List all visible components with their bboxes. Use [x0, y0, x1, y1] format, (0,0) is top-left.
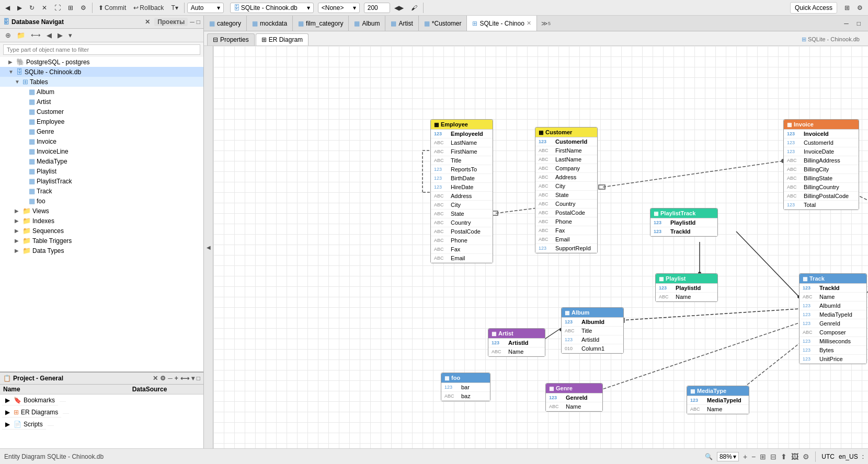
tab-mockdata[interactable]: ▦ mockdata [247, 16, 293, 31]
project-item-bookmarks[interactable]: ▶ 🔖 Bookmarks [0, 395, 129, 407]
tree-item-invoiceline[interactable]: ▦ InvoiceLine [0, 146, 203, 156]
field-fax[interactable]: ABCFax [431, 245, 493, 254]
entity-album[interactable]: ▦ Album 123AlbumId ABCTitle 123ArtistId … [561, 307, 624, 354]
field-state[interactable]: ABCState [535, 191, 597, 200]
commit-btn[interactable]: ⬆ Commit [95, 3, 129, 13]
entity-track[interactable]: ▦ Track 123TrackId ABCName 123AlbumId 12… [799, 273, 867, 364]
field-name[interactable]: ABCName [656, 293, 717, 301]
zoom-nav-btn[interactable]: ◀▶ [391, 3, 407, 13]
field-billingpostalcode[interactable]: ABCBillingPostalCode [784, 192, 859, 201]
settings-btn[interactable]: ⚙ [77, 3, 89, 13]
tree-item-genre[interactable]: ▦ Genre [0, 126, 203, 136]
field-albumid[interactable]: 123AlbumId [562, 318, 623, 327]
field-title[interactable]: ABCTitle [562, 327, 623, 335]
field-country[interactable]: ABCCountry [535, 200, 597, 208]
tree-item-invoice[interactable]: ▦ Invoice [0, 136, 203, 146]
tree-item-foo[interactable]: ▦ foo [0, 196, 203, 206]
field-birthdate[interactable]: 123BirthDate [431, 174, 493, 183]
field-state[interactable]: ABCState [431, 210, 493, 218]
field-phone[interactable]: ABCPhone [431, 236, 493, 245]
tree-item-employee[interactable]: ▦ Employee [0, 117, 203, 126]
grid-btn[interactable]: ⊟ [770, 453, 776, 461]
field-invoiceid[interactable]: 123InvoiceId [784, 130, 859, 138]
field-postalcode[interactable]: ABCPostalCode [535, 208, 597, 217]
entity-genre[interactable]: ▦ Genre 123GenreId ABCName [545, 383, 603, 412]
tab-close-chinook[interactable]: ✕ [527, 20, 531, 27]
maximize-icon[interactable]: □ [197, 18, 200, 26]
tree-item-sqlite[interactable]: ▼ 🗄 SQLite - Chinook.db [0, 67, 203, 77]
field-mediatypeid[interactable]: 123MediaTypeId [687, 396, 749, 405]
tree-item-customer[interactable]: ▦ Customer [0, 107, 203, 117]
add-btn[interactable]: ⊕ [3, 30, 13, 40]
settings-diag-btn[interactable]: ⚙ [803, 453, 809, 461]
field-trackid[interactable]: 123TrackId [800, 284, 866, 293]
field-artistid[interactable]: 123ArtistId [488, 339, 545, 347]
maximize-window-btn[interactable]: □ [854, 19, 864, 28]
settings-icon[interactable]: ⚙ [160, 375, 166, 382]
projects-tab[interactable]: Проекты [154, 18, 188, 26]
field-customerid[interactable]: 123CustomerId [535, 137, 597, 146]
tab-film-category[interactable]: ▦ film_category [293, 16, 349, 31]
field-name[interactable]: ABCName [800, 293, 866, 301]
tree-item-tabletriggers[interactable]: ▶ 📁 Table Triggers [0, 236, 203, 246]
field-artistid[interactable]: 123ArtistId [562, 335, 623, 344]
field-bytes[interactable]: 123Bytes [800, 346, 866, 355]
tree-item-views[interactable]: ▶ 📁 Views [0, 206, 203, 216]
field-baz[interactable]: ABCbaz [441, 392, 490, 401]
tree-item-mediatype[interactable]: ▦ MediaType [0, 156, 203, 166]
field-title[interactable]: ABCTitle [431, 156, 493, 165]
entity-playlisttrack[interactable]: ▦ PlaylistTrack 123PlaylistId 123TrackId [650, 208, 718, 237]
field-name[interactable]: ABCName [546, 402, 602, 411]
field-city[interactable]: ABCCity [535, 182, 597, 191]
field-email[interactable]: ABCEmail [431, 254, 493, 263]
field-reportsto[interactable]: 123ReportsTo [431, 165, 493, 174]
entity-mediatype[interactable]: ▦ MediaType 123MediaTypeId ABCName [687, 386, 749, 414]
nav-right-btn[interactable]: ▶ [55, 30, 65, 40]
field-playlistid[interactable]: 123PlaylistId [650, 218, 717, 227]
zoom-in-btn[interactable]: + [743, 453, 747, 461]
tree-item-postgresql[interactable]: ▶ 🐘 PostgreSQL - postgres [0, 57, 203, 67]
field-address[interactable]: ABCAddress [535, 173, 597, 182]
quick-access-btn[interactable]: Quick Access [790, 2, 837, 14]
filter-btn[interactable]: ⊞ [65, 3, 76, 13]
tab-album[interactable]: ▦ Album [349, 16, 385, 31]
field-supportrepid[interactable]: 123SupportRepId [535, 244, 597, 253]
field-name[interactable]: ABCName [687, 405, 749, 414]
tree-item-playlist[interactable]: ▦ Playlist [0, 166, 203, 176]
field-firstname[interactable]: ABCFirstName [535, 146, 597, 155]
tab-artist[interactable]: ▦ Artist [385, 16, 418, 31]
tab-category[interactable]: ▦ category [204, 16, 247, 31]
field-address[interactable]: ABCAddress [431, 192, 493, 201]
field-hiredate[interactable]: 123HireDate [431, 183, 493, 192]
field-mediatypeid[interactable]: 123MediaTypeId [800, 310, 866, 319]
none-dropdown[interactable]: <None> ▾ [318, 3, 360, 13]
entity-employee[interactable]: ▦ Employee 123EmployeeId ABCLastName ABC… [430, 119, 493, 263]
diagram-area[interactable]: ▦ Employee 123EmployeeId ABCLastName ABC… [213, 46, 868, 448]
stop-btn[interactable]: ✕ [39, 3, 50, 13]
nav-back-btn[interactable]: ◀ [2, 3, 13, 13]
tree-item-tables[interactable]: ▼ ⊞ Tables [0, 77, 203, 87]
entity-foo[interactable]: ▦ foo 123bar ABCbaz [441, 373, 490, 401]
entity-artist[interactable]: ▦ Artist 123ArtistId ABCName [488, 328, 545, 357]
field-composer[interactable]: ABCComposer [800, 328, 866, 337]
project-item-scripts[interactable]: ▶ 📄 Scripts [0, 419, 129, 431]
window-btn[interactable]: ⊞ [841, 3, 853, 13]
collapse-icon[interactable]: ▾ [191, 375, 195, 382]
entity-invoice[interactable]: ▦ Invoice 123InvoiceId 123CustomerId 123… [783, 119, 859, 210]
field-unitprice[interactable]: 123UnitPrice [800, 355, 866, 364]
paint-btn[interactable]: 🖌 [408, 3, 420, 13]
img-btn[interactable]: 🖼 [791, 453, 798, 461]
field-total[interactable]: 123Total [784, 201, 859, 210]
field-name[interactable]: ABCName [488, 347, 545, 356]
tree-item-datatypes[interactable]: ▶ 📁 Data Types [0, 246, 203, 256]
minimize-icon[interactable]: ─ [190, 18, 195, 26]
settings-btn2[interactable]: ⚙ [854, 3, 866, 13]
nav-left-btn[interactable]: ◀ [44, 30, 54, 40]
field-lastname[interactable]: ABCLastName [431, 138, 493, 147]
field-customerid[interactable]: 123CustomerId [784, 138, 859, 147]
zoom-dropdown[interactable]: 200 [364, 3, 390, 13]
format-btn[interactable]: T▾ [168, 3, 181, 13]
connect-icon[interactable]: ⟷ [180, 375, 189, 382]
db-dropdown[interactable]: 🗄 SQLite - Chinook.db ▾ [230, 3, 314, 13]
more-btn[interactable]: ▾ [66, 30, 74, 40]
